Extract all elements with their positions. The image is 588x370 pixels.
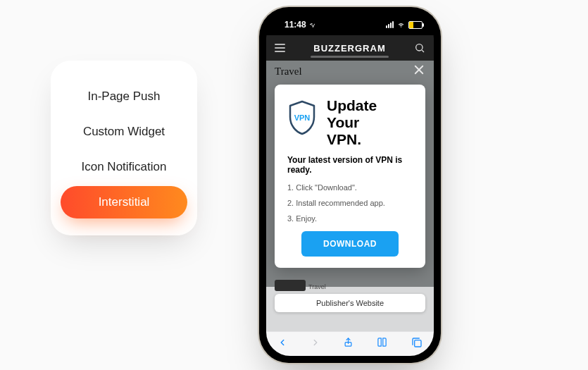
nav-icon-notification[interactable]: Icon Notification xyxy=(61,151,187,183)
section-title: Travel xyxy=(275,66,302,78)
back-icon[interactable] xyxy=(277,337,287,352)
title-line-2: Your xyxy=(327,114,377,131)
tabs-icon[interactable] xyxy=(411,337,423,352)
forward-icon xyxy=(311,337,320,352)
step-2: 2. Install recommended app. xyxy=(287,199,413,207)
menu-icon[interactable] xyxy=(275,44,285,52)
step-1: 1. Click "Download". xyxy=(287,183,413,192)
app-header: BUZZERGRAM xyxy=(266,35,434,61)
interstitial-title: Update Your VPN. xyxy=(327,97,377,148)
phone-screen: 11:48 BUZZERGRAM Travel xyxy=(266,14,434,356)
section-header: Travel xyxy=(266,61,434,82)
phone-mockup: 11:48 BUZZERGRAM Travel xyxy=(259,7,441,363)
svg-point-0 xyxy=(416,44,423,51)
svg-line-1 xyxy=(422,50,424,52)
battery-icon xyxy=(408,21,423,29)
step-3: 3. Enjoy. xyxy=(287,214,413,223)
title-line-1: Update xyxy=(327,97,377,114)
vpn-shield-icon: VPN xyxy=(287,100,317,135)
wifi-icon xyxy=(396,21,406,28)
interstitial-card: VPN Update Your VPN. Your latest version… xyxy=(275,85,425,268)
nav-interstitial[interactable]: Interstitial xyxy=(61,186,187,218)
article-thumb xyxy=(275,280,306,291)
status-time: 11:48 xyxy=(284,20,306,30)
safari-toolbar xyxy=(266,331,434,356)
close-icon[interactable] xyxy=(413,63,425,79)
app-brand: BUZZERGRAM xyxy=(313,43,385,54)
download-button[interactable]: DOWNLOAD xyxy=(301,231,399,257)
svg-text:VPN: VPN xyxy=(294,113,311,122)
interstitial-subtitle: Your latest version of VPN is ready. xyxy=(287,155,413,175)
share-icon[interactable] xyxy=(343,336,354,352)
svg-rect-6 xyxy=(414,340,420,346)
search-icon[interactable] xyxy=(414,42,425,54)
article-category: Travel xyxy=(308,283,326,290)
nav-custom-widget[interactable]: Custom Widget xyxy=(61,116,187,148)
bookmarks-icon[interactable] xyxy=(376,337,388,351)
phone-notch xyxy=(305,7,395,24)
title-line-3: VPN. xyxy=(327,131,377,148)
nav-in-page-push[interactable]: In-Page Push xyxy=(61,80,187,113)
ad-format-card: In-Page Push Custom Widget Icon Notifica… xyxy=(51,61,197,235)
address-bar[interactable]: Publisher's Website xyxy=(275,294,425,312)
